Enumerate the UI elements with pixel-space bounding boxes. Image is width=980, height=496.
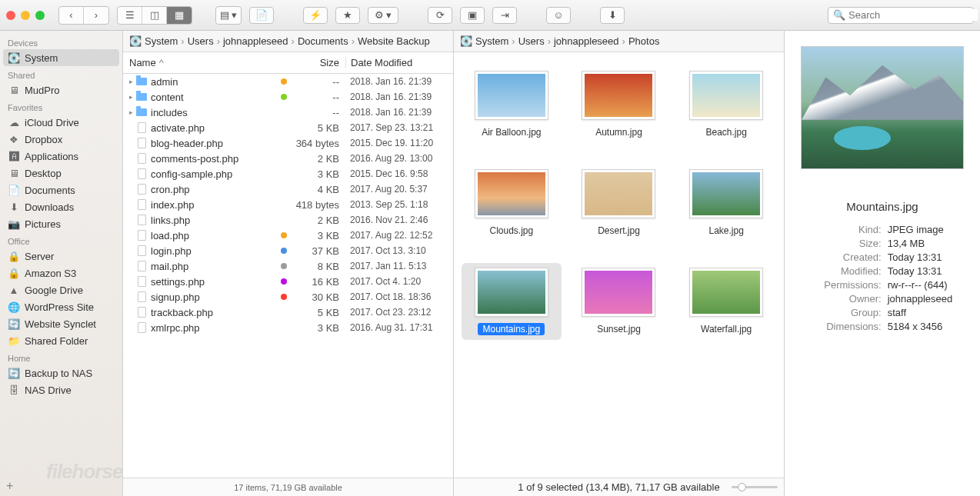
sidebar-item[interactable]: 🗄NAS Drive xyxy=(0,381,122,398)
path-segment[interactable]: System xyxy=(475,35,508,47)
sidebar-item[interactable]: 📁Shared Folder xyxy=(0,332,122,349)
sidebar-item[interactable]: 📷Pictures xyxy=(0,215,122,232)
thumbnail-item[interactable]: Clouds.jpg xyxy=(462,165,562,241)
file-row[interactable]: blog-header.php364 bytes2015. Dec 19. 11… xyxy=(123,135,453,151)
arrange-button[interactable]: ▤ ▾ xyxy=(216,7,241,24)
path-segment[interactable]: johnappleseed xyxy=(554,35,619,47)
path-segment[interactable]: Documents xyxy=(298,35,348,47)
path-segment[interactable]: Website Backup xyxy=(358,35,430,47)
new-file-button[interactable]: 📄 xyxy=(249,7,274,24)
meta-key: Permissions: xyxy=(812,279,882,291)
file-row[interactable]: links.php2 KB2016. Nov 21. 2:46 xyxy=(123,212,453,228)
zoom-window-button[interactable] xyxy=(35,11,45,20)
path-segment[interactable]: Photos xyxy=(628,35,659,47)
file-row[interactable]: comments-post.php2 KB2016. Aug 29. 13:00 xyxy=(123,151,453,166)
sidebar-item[interactable]: ☁iCloud Drive xyxy=(0,114,122,131)
thumbnail-item[interactable]: Waterfall.jpg xyxy=(676,263,776,340)
file-row[interactable]: xmlrpc.php3 KB2016. Aug 31. 17:31 xyxy=(123,320,453,335)
file-row[interactable]: config-sample.php3 KB2015. Dec 16. 9:58 xyxy=(123,166,453,181)
close-window-button[interactable] xyxy=(6,11,15,20)
quick-action-button[interactable]: ⚡ xyxy=(303,7,328,24)
zoom-slider[interactable] xyxy=(732,486,778,488)
sidebar-item[interactable]: ❖Dropbox xyxy=(0,131,122,148)
sidebar-item[interactable]: 💽System xyxy=(3,49,119,66)
file-row[interactable]: signup.php30 KB2017. Oct 18. 18:36 xyxy=(123,289,453,305)
thumbnail-item[interactable]: Beach.jpg xyxy=(676,66,776,143)
column-size[interactable]: Size xyxy=(292,57,345,68)
file-row[interactable]: index.php418 bytes2013. Sep 25. 1:18 xyxy=(123,197,453,212)
left-path-bar[interactable]: 💽System › Users › johnappleseed › Docume… xyxy=(123,31,453,52)
compare-button[interactable]: ⇥ xyxy=(492,7,517,24)
color-tag xyxy=(281,94,287,100)
sidebar-item[interactable]: ⬇Downloads xyxy=(0,198,122,215)
back-button[interactable]: ‹ xyxy=(59,7,84,24)
thumbnail-item[interactable]: Air Balloon.jpg xyxy=(462,66,562,143)
path-segment[interactable]: Users xyxy=(188,35,214,47)
list-view-button[interactable]: ☰ xyxy=(118,7,142,24)
sidebar-item[interactable]: 🌐WordPress Site xyxy=(0,298,122,315)
globe-icon: 🌐 xyxy=(8,301,20,313)
column-date[interactable]: Date Modified xyxy=(345,57,453,68)
cloud-icon: ☁ xyxy=(8,116,20,128)
file-date: 2016. Aug 31. 17:31 xyxy=(345,322,453,333)
file-row[interactable]: cron.php4 KB2017. Aug 20. 5:37 xyxy=(123,181,453,197)
lock-icon: 🔒 xyxy=(8,250,20,262)
file-row[interactable]: ▸admin--2018. Jan 16. 21:39 xyxy=(123,74,453,89)
favorite-button[interactable]: ★ xyxy=(335,7,360,24)
disclosure-icon[interactable]: ▸ xyxy=(126,108,135,116)
file-row[interactable]: mail.php8 KB2017. Jan 11. 5:13 xyxy=(123,258,453,274)
forward-button[interactable]: › xyxy=(84,7,108,24)
file-icon xyxy=(135,214,148,226)
thumbnail-item[interactable]: Mountains.jpg xyxy=(462,263,562,340)
file-row[interactable]: login.php37 KB2017. Oct 13. 3:10 xyxy=(123,243,453,258)
download-button[interactable]: ⬇ xyxy=(600,7,625,24)
disclosure-icon[interactable]: ▸ xyxy=(126,93,135,101)
sidebar-item[interactable]: 🔄Website Synclet xyxy=(0,315,122,332)
thumbnail-item[interactable]: Sunset.jpg xyxy=(569,263,669,340)
file-row[interactable]: ▸includes--2018. Jan 16. 21:39 xyxy=(123,105,453,120)
thumbnail-item[interactable]: Autumn.jpg xyxy=(569,66,669,143)
file-date: 2015. Dec 19. 11:20 xyxy=(345,138,453,148)
file-row[interactable]: trackback.php5 KB2017. Oct 23. 23:12 xyxy=(123,305,453,320)
file-row[interactable]: settings.php16 KB2017. Oct 4. 1:20 xyxy=(123,274,453,289)
file-icon xyxy=(135,291,148,303)
sidebar-item[interactable]: ▲Google Drive xyxy=(0,281,122,298)
path-segment[interactable]: Users xyxy=(518,35,545,47)
mid-path-bar[interactable]: 💽System › Users › johnappleseed › Photos xyxy=(454,31,784,52)
sidebar-item[interactable]: 🔒Server xyxy=(0,248,122,265)
column-view-button[interactable]: ◫ xyxy=(142,7,167,24)
search-input[interactable] xyxy=(848,9,978,21)
file-row[interactable]: load.php3 KB2017. Aug 22. 12:52 xyxy=(123,228,453,243)
path-segment[interactable]: System xyxy=(145,35,178,47)
emoji-button[interactable]: ☺ xyxy=(546,7,571,24)
terminal-button[interactable]: ▣ xyxy=(460,7,485,24)
hdd-icon: 💽 xyxy=(460,35,472,47)
action-menu-button[interactable]: ⚙ ▾ xyxy=(368,7,398,24)
column-name[interactable]: Name ^ xyxy=(123,57,292,68)
hdd-icon: 💽 xyxy=(129,35,142,47)
sidebar-item[interactable]: 🅰Applications xyxy=(0,148,122,165)
path-segment[interactable]: johnappleseed xyxy=(223,35,288,47)
sync-button[interactable]: ⟳ xyxy=(428,7,452,24)
disclosure-icon[interactable]: ▸ xyxy=(126,78,135,85)
meta-value: rw-r--r-- (644) xyxy=(888,279,953,291)
sidebar-item[interactable]: 🔄Backup to NAS xyxy=(0,365,122,381)
search-field[interactable]: 🔍 xyxy=(828,7,974,24)
file-row[interactable]: ▸content--2018. Jan 16. 21:39 xyxy=(123,89,453,105)
file-row[interactable]: activate.php5 KB2017. Sep 23. 13:21 xyxy=(123,120,453,135)
file-size: 37 KB xyxy=(292,245,345,257)
sidebar-item-label: Desktop xyxy=(25,168,62,179)
sidebar-item[interactable]: 🖥Desktop xyxy=(0,165,122,181)
thumbnail-image xyxy=(582,169,655,218)
thumbnail-item[interactable]: Lake.jpg xyxy=(676,165,776,241)
icon-view-button[interactable]: ▦ xyxy=(167,7,192,24)
sidebar-item[interactable]: 🖥MudPro xyxy=(0,82,122,98)
thumbnail-item[interactable]: Desert.jpg xyxy=(569,165,669,241)
sidebar-item[interactable]: 🔒Amazon S3 xyxy=(0,265,122,281)
minimize-window-button[interactable] xyxy=(21,11,30,20)
file-size: 2 KB xyxy=(292,153,345,165)
sidebar-item[interactable]: 📄Documents xyxy=(0,181,122,198)
add-location-button[interactable]: + xyxy=(6,479,13,493)
thumbnail-image xyxy=(475,169,548,218)
meta-value: 13,4 MB xyxy=(888,238,953,249)
